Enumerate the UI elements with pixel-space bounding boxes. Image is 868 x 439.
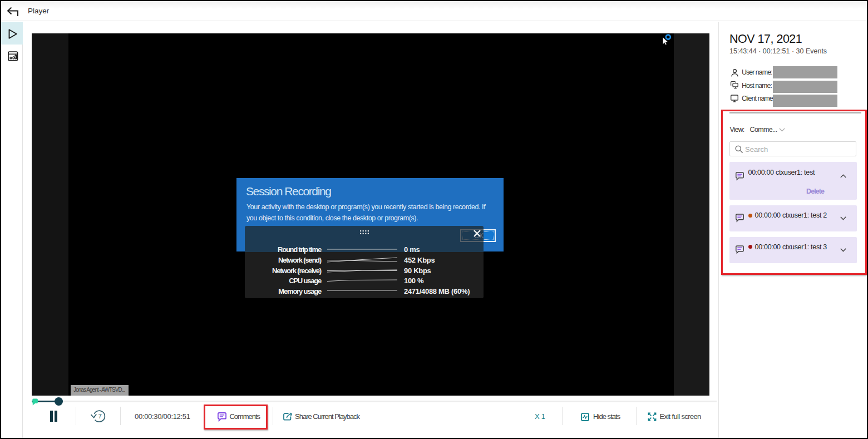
svg-text:7: 7	[98, 413, 102, 420]
